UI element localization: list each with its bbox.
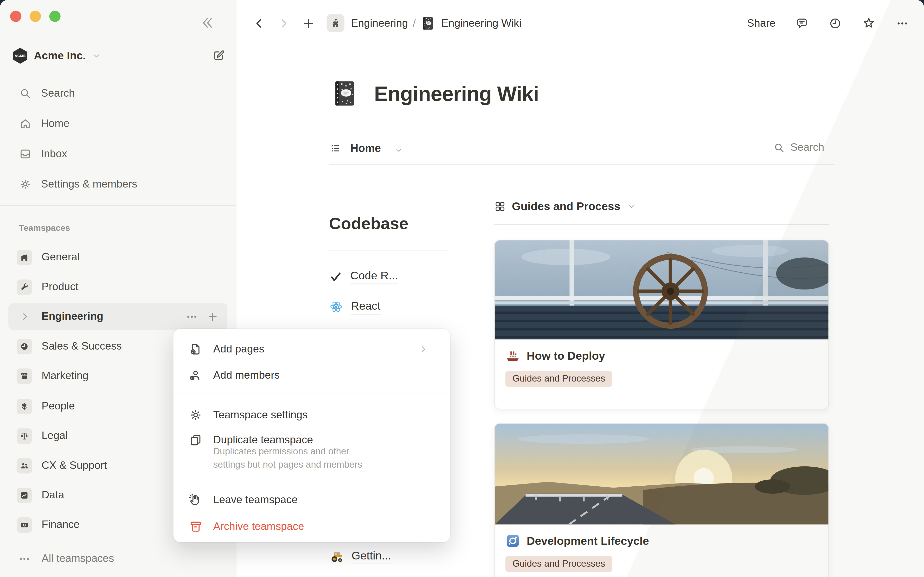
- gallery-divider: [494, 224, 829, 225]
- people-icon: [16, 458, 32, 473]
- add-page-icon[interactable]: [206, 310, 219, 323]
- notebook-icon: [421, 16, 436, 31]
- compose-icon[interactable]: [212, 49, 225, 62]
- waving-hand-icon: [189, 493, 203, 506]
- sidebar-item-engineering[interactable]: Engineering: [8, 303, 228, 330]
- app-window: ACME Acme Inc. Search Home Inbox Setting: [0, 0, 924, 577]
- notion-window: ACME Acme Inc. Search Home Inbox Setting: [0, 0, 924, 577]
- more-icon[interactable]: [185, 310, 198, 323]
- page-link-getting-started[interactable]: Gettin...: [329, 547, 391, 566]
- page-link-code-reviews[interactable]: Code R...: [329, 267, 398, 286]
- page-icon-notebook[interactable]: [330, 79, 359, 108]
- sidebar-divider: [0, 205, 236, 206]
- duplicate-icon: [189, 433, 203, 446]
- teamspace-label: Marketing: [42, 370, 89, 382]
- search-label: Search: [790, 141, 824, 154]
- teamspace-label: Engineering: [42, 310, 103, 323]
- sidebar-item-general[interactable]: General: [8, 244, 228, 271]
- menu-item-leave-teamspace[interactable]: Leave teamspace: [181, 488, 443, 511]
- tab-home[interactable]: Home: [351, 142, 381, 155]
- back-icon[interactable]: [252, 16, 266, 30]
- chevron-down-icon[interactable]: [395, 147, 402, 154]
- gear-icon: [19, 178, 32, 190]
- storefront-icon: [16, 368, 32, 384]
- breadcrumb-page[interactable]: Engineering Wiki: [441, 17, 522, 29]
- menu-divider: [173, 393, 450, 393]
- chevron-right-icon[interactable]: [16, 309, 32, 324]
- card-development-lifecycle[interactable]: Development Lifecycle Guides and Process…: [494, 423, 829, 577]
- teamspace-label: General: [42, 251, 80, 263]
- menu-item-teamspace-settings[interactable]: Teamspace settings: [181, 403, 443, 426]
- sidebar-item-inbox[interactable]: Inbox: [8, 142, 228, 166]
- minimize-button[interactable]: [30, 11, 41, 22]
- flower-icon: [16, 398, 32, 414]
- comments-icon[interactable]: [795, 16, 809, 30]
- card-title: How to Deploy: [527, 349, 605, 362]
- menu-item-add-pages[interactable]: Add pages: [181, 338, 443, 360]
- card-tag: Guides and Processes: [505, 556, 612, 572]
- tractor-icon: [329, 549, 344, 564]
- heading-divider: [329, 250, 448, 250]
- breadcrumb-separator: /: [413, 17, 415, 29]
- check-icon: [329, 270, 342, 284]
- topbar-left: Engineering / Engineering Wiki: [252, 10, 522, 37]
- inbox-icon: [19, 147, 32, 160]
- sidebar-item-home[interactable]: Home: [8, 111, 228, 135]
- forward-icon[interactable]: [277, 16, 291, 30]
- chevron-down-icon: [628, 203, 635, 210]
- chevron-down-icon: [93, 52, 100, 60]
- sidebar-item-search[interactable]: Search: [8, 81, 228, 105]
- close-button[interactable]: [10, 11, 21, 22]
- search-icon: [19, 87, 32, 100]
- gear-icon: [189, 408, 203, 422]
- house-icon: [16, 250, 32, 265]
- sidebar-item-all-teamspaces[interactable]: All teamspaces: [8, 545, 228, 572]
- teamspace-label: All teamspaces: [42, 553, 114, 565]
- sidebar-item-label: Inbox: [41, 147, 67, 160]
- collapse-sidebar-icon[interactable]: [199, 15, 215, 30]
- share-button[interactable]: Share: [747, 17, 776, 29]
- teamspace-label: Sales & Success: [42, 340, 122, 353]
- archive-icon: [189, 519, 203, 533]
- updates-clock-icon[interactable]: [829, 16, 842, 30]
- card-tag: Guides and Processes: [505, 371, 612, 387]
- home-icon: [19, 117, 32, 130]
- page-title: Engineering Wiki: [374, 79, 539, 108]
- menu-item-add-members[interactable]: Add members: [181, 364, 443, 386]
- page-search[interactable]: Search: [773, 141, 824, 154]
- workspace-switcher[interactable]: ACME Acme Inc.: [13, 43, 225, 68]
- teamspace-label: CX & Support: [42, 459, 107, 472]
- list-view-icon: [330, 142, 341, 154]
- codebase-heading: Codebase: [329, 214, 408, 233]
- school-building-icon[interactable]: [326, 14, 344, 32]
- react-icon: [329, 300, 343, 314]
- window-controls: [10, 11, 61, 22]
- page-link-react[interactable]: React: [329, 297, 380, 316]
- workspace-logo: ACME: [13, 48, 27, 64]
- ship-wheel-cover-image: [495, 240, 829, 339]
- teamspace-label: Legal: [42, 430, 68, 442]
- sunset-road-cover-image: [495, 424, 829, 525]
- teamspace-label: Finance: [42, 519, 80, 531]
- gallery-header[interactable]: Guides and Process: [494, 198, 635, 215]
- zoom-button[interactable]: [49, 11, 61, 22]
- teamspace-label: Data: [42, 489, 64, 501]
- teamspace-label: Product: [42, 280, 78, 293]
- add-page-icon: [189, 342, 203, 356]
- card-how-to-deploy[interactable]: How to Deploy Guides and Processes: [494, 240, 829, 409]
- ellipsis-icon: [16, 551, 32, 566]
- favorite-star-icon[interactable]: [862, 16, 876, 30]
- banknote-icon: [16, 517, 32, 532]
- menu-item-archive-teamspace[interactable]: Archive teamspace: [181, 515, 443, 538]
- submenu-chevron-icon: [419, 345, 428, 353]
- more-icon[interactable]: [896, 16, 909, 30]
- new-page-icon[interactable]: [301, 16, 316, 31]
- breadcrumb-teamspace[interactable]: Engineering: [351, 17, 408, 29]
- sidebar-item-settings[interactable]: Settings & members: [8, 172, 228, 196]
- tab-divider: [329, 164, 834, 165]
- search-icon: [773, 142, 785, 153]
- topbar-right: Share: [747, 10, 909, 37]
- sidebar-item-label: Search: [41, 87, 75, 100]
- card-title: Development Lifecycle: [527, 534, 649, 547]
- sidebar-item-product[interactable]: Product: [8, 274, 228, 300]
